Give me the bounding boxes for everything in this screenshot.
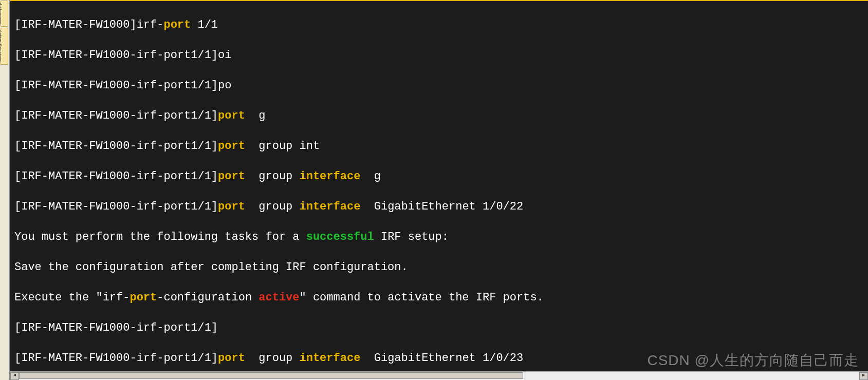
scroll-thumb[interactable] (19, 372, 523, 379)
term-line: You must perform the following tasks for… (14, 230, 864, 245)
horizontal-scrollbar[interactable]: ◄ ► (10, 371, 868, 380)
term-line: [IRF-MATER-FW1000-irf-port1/1]po (14, 78, 864, 93)
term-line: [IRF-MATER-FW1000-irf-port1/1]oi (14, 48, 864, 63)
term-line: [IRF-MATER-FW1000-irf-port1/1]port g (14, 108, 864, 124)
term-line: [IRF-MATER-FW1000-irf-port1/1]port group… (14, 199, 864, 215)
scroll-right-arrow-icon[interactable]: ► (859, 372, 868, 380)
term-line: [IRF-MATER-FW1000]irf-port 1/1 (14, 17, 864, 33)
terminal-wrap: [IRF-MATER-FW1000]irf-port 1/1 [IRF-MATE… (9, 0, 868, 380)
side-tab-manager[interactable]: d Manager (1, 1, 8, 27)
term-line: Save the configuration after completing … (14, 260, 864, 275)
term-line: Execute the "irf-port-configuration acti… (14, 290, 864, 306)
term-line: [IRF-MATER-FW1000-irf-port1/1]port group… (14, 139, 864, 154)
term-line: [IRF-MATER-FW1000-irf-port1/1] (14, 320, 864, 336)
sidebar: d Manager Active Sessions (0, 0, 9, 380)
side-tab-active-sessions[interactable]: Active Sessions (1, 28, 8, 65)
term-line: [IRF-MATER-FW1000-irf-port1/1]port group… (14, 169, 864, 184)
terminal-output[interactable]: [IRF-MATER-FW1000]irf-port 1/1 [IRF-MATE… (10, 1, 868, 371)
term-line: [IRF-MATER-FW1000-irf-port1/1]port group… (14, 351, 864, 366)
scroll-left-arrow-icon[interactable]: ◄ (10, 372, 19, 380)
scroll-track[interactable] (19, 372, 859, 380)
